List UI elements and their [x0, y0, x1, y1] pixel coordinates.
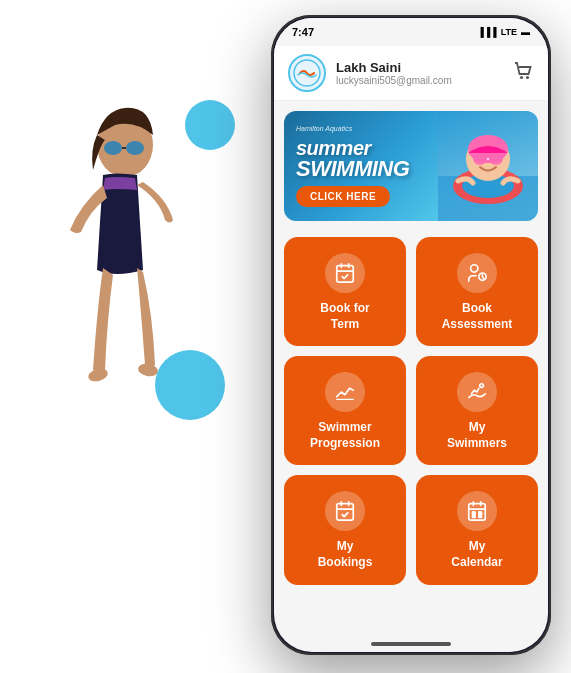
svg-point-15	[489, 153, 503, 165]
svg-point-1	[104, 141, 122, 155]
swimmer-icon	[466, 381, 488, 403]
phone-frame: 7:47 ▐▐▐ LTE ▬ Lakh S	[271, 15, 551, 655]
user-clock-icon	[466, 262, 488, 284]
svg-point-14	[473, 153, 487, 165]
avatar	[288, 54, 326, 92]
promo-banner[interactable]: Hamilton Aquatics summer SWIMMING CLICK …	[284, 111, 538, 221]
menu-grid: Book forTerm BookAssessment	[274, 229, 548, 593]
my-swimmers-icon-circle	[457, 372, 497, 412]
swimmer-progression-icon-circle	[325, 372, 365, 412]
app-header: Lakh Saini luckysaini505@gmail.com	[274, 46, 548, 101]
svg-point-8	[526, 76, 529, 79]
calendar-grid-icon	[466, 500, 488, 522]
lte-label: LTE	[501, 27, 517, 37]
menu-item-book-assessment[interactable]: BookAssessment	[416, 237, 538, 346]
status-bar: 7:47 ▐▐▐ LTE ▬	[274, 18, 548, 46]
user-info: Lakh Saini luckysaini505@gmail.com	[336, 60, 502, 86]
menu-item-book-term[interactable]: Book forTerm	[284, 237, 406, 346]
svg-rect-22	[469, 504, 486, 521]
user-name: Lakh Saini	[336, 60, 502, 75]
banner-image	[438, 111, 538, 221]
banner-text-area: Hamilton Aquatics summer SWIMMING CLICK …	[284, 115, 438, 216]
calendar-check2-icon	[334, 500, 356, 522]
chart-line-icon	[334, 381, 356, 403]
book-term-label: Book forTerm	[320, 301, 369, 332]
click-here-button[interactable]: CLICK HERE	[296, 186, 390, 207]
swimmer-figure	[10, 80, 220, 600]
svg-rect-21	[337, 504, 354, 521]
svg-rect-23	[472, 512, 475, 515]
cart-icon[interactable]	[512, 60, 534, 87]
svg-point-5	[137, 362, 159, 377]
status-icons: ▐▐▐ LTE ▬	[478, 27, 530, 37]
menu-item-my-calendar[interactable]: MyCalendar	[416, 475, 538, 584]
swimmer-progression-label: SwimmerProgression	[310, 420, 380, 451]
svg-rect-24	[479, 512, 482, 515]
book-term-icon-circle	[325, 253, 365, 293]
menu-item-my-swimmers[interactable]: MySwimmers	[416, 356, 538, 465]
status-time: 7:47	[292, 26, 314, 38]
book-assessment-label: BookAssessment	[442, 301, 513, 332]
banner-logo-text: Hamilton Aquatics	[296, 125, 426, 133]
my-bookings-icon-circle	[325, 491, 365, 531]
svg-rect-26	[479, 516, 482, 518]
book-assessment-icon-circle	[457, 253, 497, 293]
svg-point-2	[126, 141, 144, 155]
menu-item-swimmer-progression[interactable]: SwimmerProgression	[284, 356, 406, 465]
user-email: luckysaini505@gmail.com	[336, 75, 502, 86]
svg-point-7	[520, 76, 523, 79]
svg-point-18	[471, 265, 478, 272]
svg-point-4	[87, 367, 109, 384]
calendar-check-icon	[334, 262, 356, 284]
battery-icon: ▬	[521, 27, 530, 37]
signal-icon: ▐▐▐	[478, 27, 497, 37]
my-swimmers-label: MySwimmers	[447, 420, 507, 451]
my-calendar-label: MyCalendar	[451, 539, 502, 570]
svg-rect-25	[472, 516, 475, 518]
my-calendar-icon-circle	[457, 491, 497, 531]
banner-title: summer SWIMMING	[296, 138, 426, 180]
home-indicator	[371, 642, 451, 646]
svg-point-20	[480, 384, 484, 388]
svg-rect-17	[337, 266, 354, 283]
menu-item-my-bookings[interactable]: MyBookings	[284, 475, 406, 584]
my-bookings-label: MyBookings	[318, 539, 373, 570]
